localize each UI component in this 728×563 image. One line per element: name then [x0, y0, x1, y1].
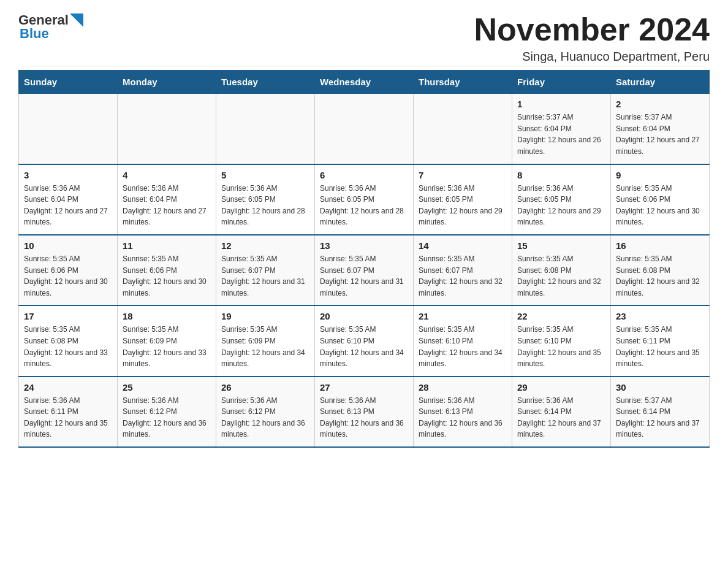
day-info: Sunrise: 5:36 AMSunset: 6:12 PMDaylight:… [123, 395, 211, 440]
day-number: 26 [221, 382, 309, 393]
calendar-cell: 30Sunrise: 5:37 AMSunset: 6:14 PMDayligh… [611, 377, 710, 447]
day-number: 17 [24, 311, 112, 321]
day-info: Sunrise: 5:36 AMSunset: 6:14 PMDaylight:… [517, 395, 605, 440]
calendar-header-monday: Monday [118, 71, 216, 94]
day-number: 21 [419, 311, 507, 321]
calendar-cell [118, 94, 216, 164]
day-number: 16 [616, 240, 704, 251]
day-info: Sunrise: 5:37 AMSunset: 6:04 PMDaylight:… [616, 112, 704, 157]
calendar-header-wednesday: Wednesday [315, 71, 414, 94]
calendar-cell: 28Sunrise: 5:36 AMSunset: 6:13 PMDayligh… [414, 377, 512, 447]
calendar-week-row: 17Sunrise: 5:35 AMSunset: 6:08 PMDayligh… [19, 305, 710, 376]
calendar-cell: 18Sunrise: 5:35 AMSunset: 6:09 PMDayligh… [118, 305, 216, 376]
day-number: 20 [320, 311, 408, 321]
day-info: Sunrise: 5:37 AMSunset: 6:14 PMDaylight:… [616, 395, 704, 440]
logo: General Blue [18, 12, 83, 42]
calendar-cell: 13Sunrise: 5:35 AMSunset: 6:07 PMDayligh… [315, 235, 414, 305]
calendar-header-saturday: Saturday [611, 71, 710, 94]
day-info: Sunrise: 5:35 AMSunset: 6:08 PMDaylight:… [517, 253, 605, 299]
day-number: 8 [517, 170, 605, 180]
day-number: 2 [616, 99, 704, 109]
day-info: Sunrise: 5:36 AMSunset: 6:05 PMDaylight:… [320, 183, 408, 228]
calendar-cell: 27Sunrise: 5:36 AMSunset: 6:13 PMDayligh… [315, 377, 414, 447]
calendar-cell: 8Sunrise: 5:36 AMSunset: 6:05 PMDaylight… [512, 164, 611, 235]
svg-marker-0 [70, 13, 83, 27]
calendar-cell: 16Sunrise: 5:35 AMSunset: 6:08 PMDayligh… [611, 235, 710, 305]
calendar-cell [315, 94, 414, 164]
calendar-cell: 5Sunrise: 5:36 AMSunset: 6:05 PMDaylight… [216, 164, 315, 235]
calendar-header-friday: Friday [512, 71, 611, 94]
day-info: Sunrise: 5:35 AMSunset: 6:10 PMDaylight:… [517, 324, 605, 369]
day-number: 12 [221, 240, 309, 251]
calendar-header-thursday: Thursday [414, 71, 512, 94]
day-number: 11 [123, 240, 211, 251]
day-info: Sunrise: 5:35 AMSunset: 6:07 PMDaylight:… [221, 253, 309, 299]
calendar-week-row: 3Sunrise: 5:36 AMSunset: 6:04 PMDaylight… [19, 164, 710, 235]
day-info: Sunrise: 5:35 AMSunset: 6:09 PMDaylight:… [123, 324, 211, 369]
day-info: Sunrise: 5:36 AMSunset: 6:05 PMDaylight:… [419, 183, 507, 228]
title-block: November 2024 Singa, Huanuco Department,… [474, 12, 710, 64]
day-number: 5 [221, 170, 309, 180]
calendar-cell: 23Sunrise: 5:35 AMSunset: 6:11 PMDayligh… [611, 305, 710, 376]
calendar-cell: 19Sunrise: 5:35 AMSunset: 6:09 PMDayligh… [216, 305, 315, 376]
day-info: Sunrise: 5:36 AMSunset: 6:04 PMDaylight:… [24, 183, 112, 228]
day-number: 19 [221, 311, 309, 321]
calendar-cell: 7Sunrise: 5:36 AMSunset: 6:05 PMDaylight… [414, 164, 512, 235]
day-info: Sunrise: 5:35 AMSunset: 6:06 PMDaylight:… [24, 253, 112, 299]
calendar-cell: 6Sunrise: 5:36 AMSunset: 6:05 PMDaylight… [315, 164, 414, 235]
calendar-cell: 26Sunrise: 5:36 AMSunset: 6:12 PMDayligh… [216, 377, 315, 447]
calendar-header-sunday: Sunday [19, 71, 118, 94]
page-title: November 2024 [474, 12, 710, 47]
day-info: Sunrise: 5:36 AMSunset: 6:04 PMDaylight:… [123, 183, 211, 228]
day-number: 24 [24, 382, 112, 393]
calendar-cell [216, 94, 315, 164]
day-info: Sunrise: 5:35 AMSunset: 6:07 PMDaylight:… [320, 253, 408, 299]
day-number: 6 [320, 170, 408, 180]
day-info: Sunrise: 5:36 AMSunset: 6:12 PMDaylight:… [221, 395, 309, 440]
calendar-table: SundayMondayTuesdayWednesdayThursdayFrid… [18, 70, 710, 448]
calendar-cell: 10Sunrise: 5:35 AMSunset: 6:06 PMDayligh… [19, 235, 118, 305]
day-number: 1 [517, 99, 605, 109]
logo-blue: Blue [20, 26, 49, 42]
day-number: 14 [419, 240, 507, 251]
calendar-cell: 14Sunrise: 5:35 AMSunset: 6:07 PMDayligh… [414, 235, 512, 305]
calendar-cell: 24Sunrise: 5:36 AMSunset: 6:11 PMDayligh… [19, 377, 118, 447]
day-number: 7 [419, 170, 507, 180]
day-info: Sunrise: 5:35 AMSunset: 6:08 PMDaylight:… [616, 253, 704, 299]
day-info: Sunrise: 5:35 AMSunset: 6:09 PMDaylight:… [221, 324, 309, 369]
calendar-cell [414, 94, 512, 164]
day-info: Sunrise: 5:35 AMSunset: 6:06 PMDaylight:… [616, 183, 704, 228]
calendar-week-row: 24Sunrise: 5:36 AMSunset: 6:11 PMDayligh… [19, 377, 710, 447]
calendar-cell: 1Sunrise: 5:37 AMSunset: 6:04 PMDaylight… [512, 94, 611, 164]
day-info: Sunrise: 5:35 AMSunset: 6:06 PMDaylight:… [123, 253, 211, 299]
day-number: 10 [24, 240, 112, 251]
calendar-cell: 25Sunrise: 5:36 AMSunset: 6:12 PMDayligh… [118, 377, 216, 447]
calendar-week-row: 10Sunrise: 5:35 AMSunset: 6:06 PMDayligh… [19, 235, 710, 305]
day-info: Sunrise: 5:36 AMSunset: 6:11 PMDaylight:… [24, 395, 112, 440]
calendar-cell: 20Sunrise: 5:35 AMSunset: 6:10 PMDayligh… [315, 305, 414, 376]
day-info: Sunrise: 5:37 AMSunset: 6:04 PMDaylight:… [517, 112, 605, 157]
calendar-header-tuesday: Tuesday [216, 71, 315, 94]
day-number: 22 [517, 311, 605, 321]
page-header: General Blue November 2024 Singa, Huanuc… [18, 12, 710, 64]
calendar-cell: 11Sunrise: 5:35 AMSunset: 6:06 PMDayligh… [118, 235, 216, 305]
day-info: Sunrise: 5:36 AMSunset: 6:05 PMDaylight:… [221, 183, 309, 228]
day-number: 30 [616, 382, 704, 393]
calendar-cell: 17Sunrise: 5:35 AMSunset: 6:08 PMDayligh… [19, 305, 118, 376]
day-number: 3 [24, 170, 112, 180]
calendar-cell: 15Sunrise: 5:35 AMSunset: 6:08 PMDayligh… [512, 235, 611, 305]
day-number: 4 [123, 170, 211, 180]
calendar-cell: 29Sunrise: 5:36 AMSunset: 6:14 PMDayligh… [512, 377, 611, 447]
calendar-cell: 3Sunrise: 5:36 AMSunset: 6:04 PMDaylight… [19, 164, 118, 235]
day-number: 15 [517, 240, 605, 251]
calendar-cell [19, 94, 118, 164]
day-info: Sunrise: 5:35 AMSunset: 6:08 PMDaylight:… [24, 324, 112, 369]
day-number: 27 [320, 382, 408, 393]
calendar-header-row: SundayMondayTuesdayWednesdayThursdayFrid… [19, 71, 710, 94]
subtitle: Singa, Huanuco Department, Peru [474, 50, 710, 64]
calendar-cell: 2Sunrise: 5:37 AMSunset: 6:04 PMDaylight… [611, 94, 710, 164]
day-number: 9 [616, 170, 704, 180]
calendar-cell: 4Sunrise: 5:36 AMSunset: 6:04 PMDaylight… [118, 164, 216, 235]
logo-triangle-icon [70, 13, 83, 27]
day-info: Sunrise: 5:36 AMSunset: 6:13 PMDaylight:… [320, 395, 408, 440]
